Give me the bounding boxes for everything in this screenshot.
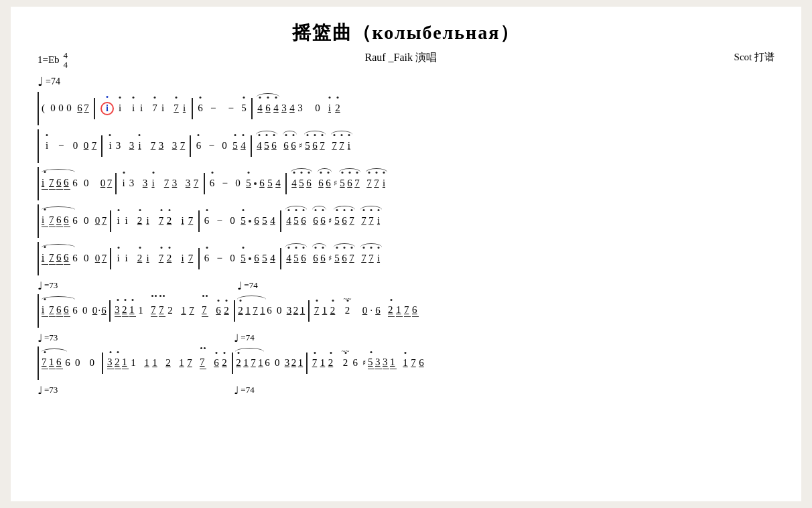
top-dot3 bbox=[154, 97, 156, 99]
note-i-dot2: i bbox=[130, 103, 137, 114]
n6a: 6 bbox=[265, 103, 271, 114]
note-0b: 0 bbox=[58, 103, 64, 114]
sharp1: ♯ bbox=[299, 141, 302, 150]
r3-bl1 bbox=[115, 173, 117, 194]
tempo-mark: ♩ =74 bbox=[38, 74, 774, 89]
music-row-5: i 7 6 6 6 0 0 7 i i 2 i 7 2 i bbox=[38, 242, 774, 275]
seg4: 4 6 4 3 4 3 0 bbox=[255, 103, 343, 114]
r3-i: i bbox=[42, 177, 48, 190]
tempo73c-val: =73 bbox=[44, 385, 58, 395]
tempo73a-val: =73 bbox=[44, 280, 58, 291]
td2 bbox=[267, 97, 269, 99]
note73b-icon: ♩ bbox=[38, 332, 43, 344]
music-row-4: i 7 6 6 6 0 0 7 i i 2 i 7 bbox=[38, 204, 774, 238]
r3-6a: 6 bbox=[56, 177, 63, 190]
r2-bl1 bbox=[101, 135, 103, 157]
r2-3c: 3 bbox=[157, 140, 164, 151]
r2-0u: 0 bbox=[82, 140, 89, 151]
barline1 bbox=[94, 98, 95, 119]
note-6: 6 bbox=[76, 103, 83, 114]
r3-arcs: 4 5 6 6 6 ♯ 5 bbox=[289, 178, 389, 189]
note-7: 7 bbox=[83, 103, 90, 114]
n3b: 3 bbox=[297, 103, 303, 114]
song-title: 摇篮曲（колыбельная） bbox=[38, 20, 774, 46]
r2-6d: 6 bbox=[312, 140, 318, 151]
music-row-1: ( 0 0 0 6 7 i bbox=[38, 92, 774, 125]
note74b-icon: ♩ bbox=[234, 332, 239, 344]
tempo74c-val: =74 bbox=[241, 385, 254, 395]
r2td3 bbox=[139, 134, 141, 136]
r3-6c: 6 bbox=[72, 178, 78, 189]
r3-right: 6 − 0 bbox=[207, 178, 243, 189]
row7-tempos: ♩ =73 ♩ =74 bbox=[38, 332, 774, 344]
arc4-notes: 7 7 i bbox=[331, 140, 352, 151]
r2-3b: 3 bbox=[128, 140, 135, 151]
staff-row-1: ( 0 0 0 6 7 i bbox=[38, 92, 774, 125]
r2-5: 5 bbox=[232, 140, 239, 151]
r2td2 bbox=[109, 134, 111, 136]
r2-7d: 7 bbox=[331, 140, 338, 151]
circle-i-char: i bbox=[100, 102, 114, 115]
r2-4a: 4 bbox=[256, 140, 263, 151]
music-row-7: 7 1 6 6 0 0 3 bbox=[38, 346, 774, 380]
r3-0b: 0 bbox=[100, 178, 107, 189]
r2td5 bbox=[234, 134, 236, 136]
r3-dash: − bbox=[222, 178, 228, 189]
r4-5654: 5 6 5 4 bbox=[238, 215, 278, 227]
note-i3: i bbox=[138, 103, 145, 114]
r4-left: i 7 6 6 bbox=[42, 214, 70, 227]
seg2-2: 0 7 bbox=[80, 140, 99, 151]
quarter-note-icon: ♩ bbox=[38, 74, 43, 89]
n4c: 4 bbox=[289, 103, 295, 114]
r3-7d: 7 bbox=[193, 178, 200, 189]
staff-row-4: i 7 6 6 6 0 0 7 i i 2 i 7 bbox=[38, 204, 774, 238]
r3-mid: i 3 3 i 7 3 3 7 bbox=[119, 178, 202, 189]
r3-bl2 bbox=[204, 173, 205, 194]
top-dot bbox=[119, 97, 121, 99]
tempo74a: ♩ =74 bbox=[237, 279, 257, 292]
seg2-5: 5 4 bbox=[230, 140, 249, 151]
r2-dash: − bbox=[58, 140, 64, 151]
arc-left bbox=[42, 169, 75, 176]
open-paren: ( bbox=[42, 103, 45, 114]
note-7u: 7 bbox=[173, 103, 180, 114]
note-6-dot: 6 bbox=[197, 103, 204, 114]
r6-right: 7 1 2 ~~ 2 0 · 6 bbox=[312, 304, 421, 317]
tempo73c: ♩ =73 bbox=[38, 384, 58, 397]
r3-6b: 6 bbox=[64, 177, 70, 190]
key-time: 1=Eb 4 4 bbox=[38, 51, 68, 70]
r6-0dot6: 0 · 6 bbox=[92, 305, 108, 316]
r2-6: 6 bbox=[195, 140, 202, 151]
r3-7a: 7 bbox=[49, 177, 56, 190]
r3-4a: 4 bbox=[275, 178, 281, 189]
top-dot2 bbox=[133, 97, 135, 99]
r3-arc1: 4 5 6 bbox=[291, 178, 312, 189]
arc-notes: 4 6 4 bbox=[257, 103, 279, 114]
r3-arc2: 6 6 bbox=[318, 178, 332, 189]
r3-sharp: ♯ bbox=[334, 179, 337, 188]
r3-3b: 3 bbox=[142, 178, 149, 189]
tempo74b-val: =74 bbox=[241, 332, 254, 343]
seg2-6: 4 5 6 bbox=[254, 140, 354, 151]
note-i5: i bbox=[181, 103, 188, 114]
r3-i2: i bbox=[121, 178, 127, 189]
r3-seg5: 5 6 5 4 bbox=[243, 178, 283, 189]
seg2-1: i − 0 bbox=[42, 140, 80, 151]
staff-row-2: i − 0 0 7 i 3 3 i bbox=[38, 129, 774, 163]
arc1-notes: 4 5 6 bbox=[256, 140, 277, 151]
r2-bl2 bbox=[190, 135, 191, 157]
r2-5b: 5 bbox=[304, 140, 311, 151]
note74a-icon: ♩ bbox=[237, 279, 243, 292]
r2-7u: 7 bbox=[90, 140, 97, 151]
staff-row-7: ♩ =73 ♩ =74 7 1 6 6 0 bbox=[38, 332, 774, 380]
barline3 bbox=[251, 98, 253, 119]
seg2-3: i 3 3 i 7 3 3 7 bbox=[105, 140, 188, 151]
r3-6e: 6 bbox=[259, 178, 265, 189]
music-row-3: i 7 6 6 6 0 0 7 i 3 3 bbox=[38, 167, 774, 200]
r4-right: 6 − 0 bbox=[202, 215, 238, 227]
r2-i1: i bbox=[44, 140, 50, 151]
r2-arc4: 7 7 i bbox=[331, 140, 352, 151]
r3-6d: 6 bbox=[209, 178, 216, 189]
r3-iu: i bbox=[150, 178, 157, 189]
r2-arc1: 4 5 6 bbox=[256, 140, 277, 151]
